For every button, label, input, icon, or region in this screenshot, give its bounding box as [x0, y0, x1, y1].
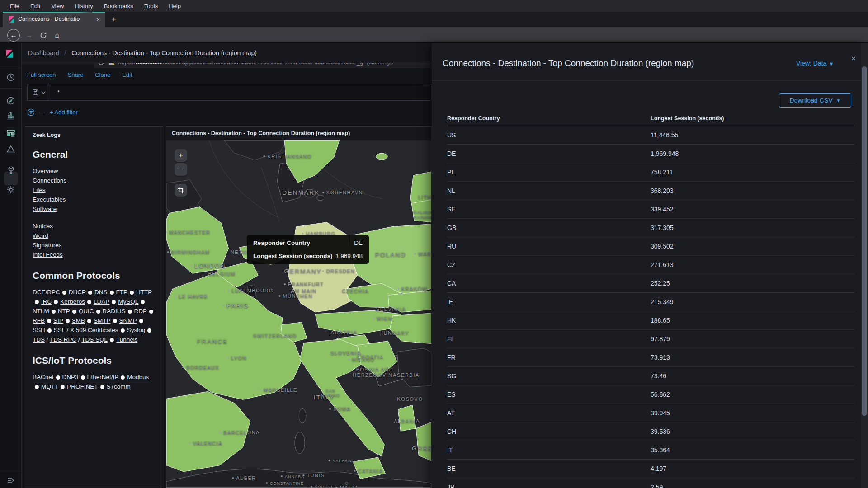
- zeek-link-sip[interactable]: SIP: [53, 317, 63, 324]
- country-hungary[interactable]: [390, 313, 431, 344]
- zeek-link-rdp[interactable]: RDP: [134, 308, 147, 314]
- action-edit[interactable]: Edit: [122, 71, 132, 78]
- zeek-link-dns[interactable]: DNS: [94, 289, 108, 296]
- zeek-link-radius[interactable]: RADIUS: [103, 308, 126, 314]
- tools-wrench-icon[interactable]: [6, 166, 15, 175]
- recent-icon[interactable]: [6, 73, 15, 82]
- column-header-duration[interactable]: Longest Session (seconds): [651, 115, 854, 122]
- zeek-link-quic[interactable]: QUIC: [79, 308, 94, 314]
- table-row[interactable]: FI97.879: [447, 330, 854, 348]
- table-row[interactable]: ES56.862: [447, 385, 854, 404]
- zeek-link-x-509-certificates[interactable]: X.509 Certificates: [70, 327, 118, 333]
- menubar-item-bookmarks[interactable]: Bookmarks: [99, 1, 138, 11]
- table-row[interactable]: US11,446.55: [447, 126, 854, 145]
- country-serbia[interactable]: [397, 348, 431, 387]
- zeek-link-smtp[interactable]: SMTP: [94, 317, 111, 324]
- discover-compass-icon[interactable]: [6, 96, 15, 105]
- zeek-link-dhcp[interactable]: DHCP: [69, 289, 86, 296]
- zeek-link-ethernet-ip[interactable]: EtherNet/IP: [87, 374, 119, 380]
- zeek-link-s7comm[interactable]: S7comm: [107, 383, 131, 390]
- table-row[interactable]: HK188.65: [447, 311, 854, 330]
- zeek-link-ftp[interactable]: FTP: [116, 289, 128, 296]
- zeek-link-weird[interactable]: Weird: [33, 232, 48, 239]
- zeek-link-executables[interactable]: Executables: [33, 196, 66, 203]
- zeek-link-notices[interactable]: Notices: [33, 223, 53, 230]
- action-full-screen[interactable]: Full screen: [27, 71, 56, 78]
- table-row[interactable]: AT39.945: [447, 404, 854, 422]
- filter-icon[interactable]: [27, 108, 35, 116]
- query-bar[interactable]: *: [27, 84, 432, 101]
- zeek-link-intel-feeds[interactable]: Intel Feeds: [33, 251, 63, 258]
- view-selector[interactable]: View: Data▼: [796, 60, 834, 67]
- zeek-link-ssh[interactable]: SSH: [33, 327, 45, 333]
- menubar-item-view[interactable]: View: [47, 1, 68, 11]
- action-clone[interactable]: Clone: [95, 71, 110, 78]
- column-header-country[interactable]: Responder Country: [447, 115, 651, 122]
- tab-close-icon[interactable]: ×: [94, 15, 102, 23]
- menubar-item-help[interactable]: Help: [164, 1, 185, 11]
- zeek-link-snmp[interactable]: SNMP: [119, 317, 137, 324]
- add-filter-button[interactable]: + Add filter: [50, 109, 78, 116]
- zeek-link-smb[interactable]: SMB: [72, 317, 85, 324]
- zeek-link-syslog[interactable]: Syslog: [127, 327, 146, 333]
- zeek-link-tds-sql[interactable]: TDS SQL: [81, 336, 108, 343]
- scrollbar[interactable]: [861, 43, 868, 488]
- zeek-link-rfb[interactable]: RFB: [33, 317, 45, 324]
- table-row[interactable]: IE215.349: [447, 293, 854, 311]
- dashboard-icon[interactable]: [6, 129, 15, 138]
- zeek-link-dnp3[interactable]: DNP3: [62, 374, 79, 380]
- breadcrumb-dashboard[interactable]: Dashboard: [28, 49, 59, 56]
- zeek-link-ntp[interactable]: NTP: [58, 308, 70, 314]
- alerts-triangle-icon[interactable]: [6, 145, 15, 154]
- menubar-item-edit[interactable]: Edit: [26, 1, 45, 11]
- menubar-item-file[interactable]: File: [5, 1, 24, 11]
- table-row[interactable]: GB317.305: [447, 219, 854, 237]
- zeek-link-kerberos[interactable]: Kerberos: [60, 298, 85, 305]
- table-row[interactable]: CA252.25: [447, 274, 854, 293]
- zeek-link-http[interactable]: HTTP: [136, 289, 152, 296]
- home-button[interactable]: ⌂: [51, 27, 63, 43]
- zeek-link-ldap[interactable]: LDAP: [94, 298, 109, 305]
- gotland[interactable]: [376, 153, 387, 160]
- menubar-item-tools[interactable]: Tools: [140, 1, 162, 11]
- scrollbar-thumb[interactable]: [862, 66, 867, 416]
- table-row[interactable]: SE339.452: [447, 200, 854, 219]
- zeek-link-files[interactable]: Files: [33, 187, 46, 193]
- fit-bounds-button[interactable]: [175, 184, 187, 197]
- browser-tab[interactable]: Connections - Destinatio ×: [3, 12, 105, 27]
- zeek-link-bacnet[interactable]: BACnet: [33, 374, 54, 380]
- kibana-logo[interactable]: [5, 49, 14, 58]
- zeek-link-profinet[interactable]: PROFINET: [67, 383, 98, 390]
- zeek-link-irc[interactable]: IRC: [41, 298, 52, 305]
- query-input[interactable]: *: [57, 89, 60, 96]
- zeek-link-mqtt[interactable]: MQTT: [41, 383, 58, 390]
- zeek-link-mysql[interactable]: MySQL: [118, 298, 138, 305]
- table-row[interactable]: RU309.502: [447, 237, 854, 256]
- zeek-link-connections[interactable]: Connections: [33, 177, 66, 184]
- visualize-chart-icon[interactable]: [6, 111, 15, 120]
- zeek-link-ssl[interactable]: SSL: [54, 327, 65, 333]
- saved-query-button[interactable]: [28, 84, 50, 100]
- zeek-link-dce-rpc[interactable]: DCE/RPC: [33, 289, 60, 296]
- close-icon[interactable]: ×: [849, 54, 859, 64]
- table-row[interactable]: NL368.203: [447, 182, 854, 200]
- zeek-link-ntlm[interactable]: NTLM: [33, 308, 49, 314]
- table-row[interactable]: BE4.197: [447, 460, 854, 478]
- zeek-link-tds-rpc[interactable]: TDS RPC: [50, 336, 76, 343]
- download-csv-button[interactable]: Download CSV▼: [779, 93, 851, 108]
- back-button[interactable]: ←: [6, 27, 21, 43]
- table-row[interactable]: CZ271.613: [447, 256, 854, 274]
- table-row[interactable]: CH39.536: [447, 422, 854, 441]
- zeek-link-tds[interactable]: TDS: [33, 336, 45, 343]
- new-tab-button[interactable]: +: [108, 14, 119, 25]
- action-share[interactable]: Share: [68, 71, 84, 78]
- table-row[interactable]: FR73.913: [447, 348, 854, 367]
- zoom-in-button[interactable]: +: [175, 149, 187, 162]
- zoom-out-button[interactable]: −: [175, 163, 187, 176]
- table-row[interactable]: DE1,969.948: [447, 145, 854, 163]
- zeek-link-signatures[interactable]: Signatures: [33, 242, 62, 249]
- collapse-nav-icon[interactable]: [6, 476, 15, 485]
- zeek-link-software[interactable]: Software: [33, 206, 57, 212]
- settings-gear-icon[interactable]: [6, 185, 15, 194]
- zeek-link-modbus[interactable]: Modbus: [127, 374, 149, 380]
